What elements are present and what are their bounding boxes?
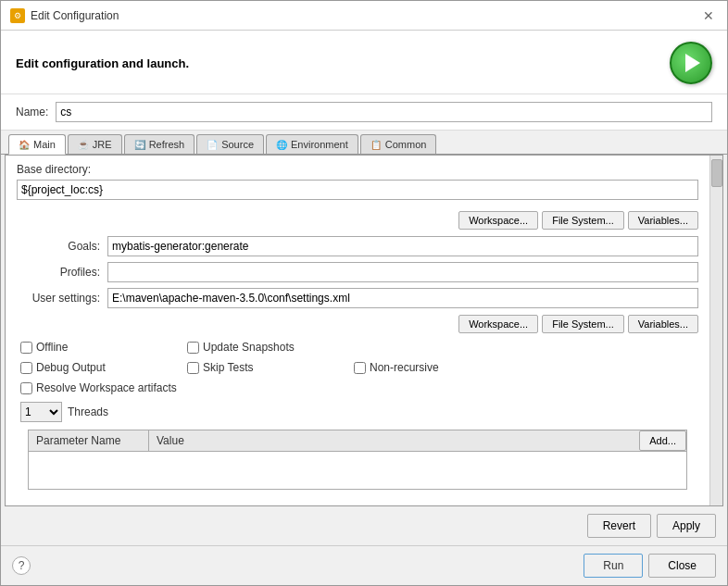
content-area: Base directory: Workspace... File System… <box>6 156 709 505</box>
tab-refresh-label: Refresh <box>149 139 185 150</box>
resolve-workspace-label: Resolve Workspace artifacts <box>36 381 177 394</box>
skip-tests-checkbox[interactable] <box>187 362 199 374</box>
checkboxes-row1: Offline Update Snapshots <box>6 337 709 357</box>
base-directory-section: Base directory: <box>6 156 709 207</box>
tab-refresh[interactable]: 🔄 Refresh <box>124 134 195 154</box>
bottom-buttons: Revert Apply <box>1 506 727 545</box>
title-bar-left: ⚙ Edit Configuration <box>10 8 119 23</box>
name-input[interactable] <box>56 102 712 122</box>
param-table: Parameter Name Value Add... <box>28 430 687 490</box>
tab-environment[interactable]: 🌐 Environment <box>266 134 358 154</box>
environment-tab-icon: 🌐 <box>276 140 287 150</box>
close-title-button[interactable]: ✕ <box>699 6 718 25</box>
param-table-body <box>29 452 686 489</box>
resolve-workspace-checkbox[interactable] <box>20 382 32 394</box>
param-col-value-header: Value <box>149 430 635 451</box>
tab-main[interactable]: 🏠 Main <box>8 134 66 155</box>
param-table-header: Parameter Name Value Add... <box>29 430 686 452</box>
offline-label: Offline <box>36 341 68 354</box>
profiles-label: Profiles: <box>17 266 100 279</box>
base-variables-button[interactable]: Variables... <box>628 211 698 230</box>
goals-input[interactable] <box>107 236 698 256</box>
tab-common-label: Common <box>385 139 427 150</box>
tab-source-label: Source <box>221 139 254 150</box>
run-button[interactable]: Run <box>584 554 643 578</box>
user-settings-input[interactable] <box>107 288 698 308</box>
non-recursive-checkbox[interactable] <box>354 362 366 374</box>
non-recursive-label: Non-recursive <box>370 361 439 374</box>
base-workspace-button[interactable]: Workspace... <box>458 211 538 230</box>
profiles-row: Profiles: <box>6 259 709 285</box>
scrollbar[interactable] <box>709 156 722 505</box>
resolve-workspace-checkbox-item[interactable]: Resolve Workspace artifacts <box>20 381 298 394</box>
title-text: Edit Configuration <box>31 9 119 22</box>
param-header-row: Parameter Name Value Add... <box>6 426 709 497</box>
base-filesystem-button[interactable]: File System... <box>542 211 624 230</box>
offline-checkbox-item[interactable]: Offline <box>20 341 187 354</box>
name-row: Name: <box>1 94 727 131</box>
base-directory-buttons: Workspace... File System... Variables... <box>6 207 709 233</box>
threads-row: 1 2 4 8 Threads <box>6 398 709 426</box>
refresh-tab-icon: 🔄 <box>134 140 145 150</box>
skip-tests-checkbox-item[interactable]: Skip Tests <box>187 361 354 374</box>
checkboxes-row3: Resolve Workspace artifacts <box>6 378 709 398</box>
header-subtitle: Edit configuration and launch. <box>16 56 189 70</box>
settings-filesystem-button[interactable]: File System... <box>542 315 624 333</box>
tabs-area: 🏠 Main ☕ JRE 🔄 Refresh 📄 Source 🌐 Enviro… <box>1 131 727 155</box>
goals-row: Goals: <box>6 233 709 259</box>
user-settings-row: User settings: <box>6 285 709 311</box>
tab-environment-label: Environment <box>291 139 348 150</box>
update-snapshots-checkbox[interactable] <box>187 342 199 354</box>
main-tab-icon: 🏠 <box>19 140 30 150</box>
tab-common[interactable]: 📋 Common <box>360 134 437 154</box>
param-col-name-header: Parameter Name <box>29 430 149 451</box>
tab-main-label: Main <box>33 139 56 150</box>
header-area: Edit configuration and launch. <box>1 31 727 94</box>
tab-jre-label: JRE <box>93 139 112 150</box>
source-tab-icon: 📄 <box>207 140 218 150</box>
tab-jre[interactable]: ☕ JRE <box>68 134 122 154</box>
jre-tab-icon: ☕ <box>78 140 89 150</box>
title-bar: ⚙ Edit Configuration ✕ <box>1 1 727 31</box>
edit-configuration-dialog: ⚙ Edit Configuration ✕ Edit configuratio… <box>0 0 728 586</box>
name-label: Name: <box>16 106 48 118</box>
profiles-input[interactable] <box>107 262 698 282</box>
param-add-button[interactable]: Add... <box>639 430 686 451</box>
debug-output-checkbox[interactable] <box>20 362 32 374</box>
base-directory-input[interactable] <box>17 180 698 200</box>
revert-button[interactable]: Revert <box>587 514 651 538</box>
debug-output-label: Debug Output <box>36 361 106 374</box>
dialog-icon: ⚙ <box>10 8 25 23</box>
footer-buttons: Run Close <box>584 554 716 578</box>
goals-label: Goals: <box>17 240 100 253</box>
settings-workspace-button[interactable]: Workspace... <box>458 315 538 333</box>
user-settings-buttons: Workspace... File System... Variables... <box>6 311 709 337</box>
scrollbar-thumb[interactable] <box>711 159 722 187</box>
user-settings-label: User settings: <box>17 292 100 305</box>
debug-output-checkbox-item[interactable]: Debug Output <box>20 361 187 374</box>
settings-variables-button[interactable]: Variables... <box>628 315 698 333</box>
threads-label: Threads <box>68 405 108 418</box>
offline-checkbox[interactable] <box>20 342 32 354</box>
help-button[interactable]: ? <box>12 556 31 575</box>
skip-tests-label: Skip Tests <box>203 361 253 374</box>
non-recursive-checkbox-item[interactable]: Non-recursive <box>354 361 521 374</box>
threads-select[interactable]: 1 2 4 8 <box>20 402 62 422</box>
common-tab-icon: 📋 <box>370 140 382 150</box>
base-directory-label: Base directory: <box>17 163 698 176</box>
checkboxes-row2: Debug Output Skip Tests Non-recursive <box>6 357 709 378</box>
footer: ? Run Close <box>1 545 727 585</box>
update-snapshots-checkbox-item[interactable]: Update Snapshots <box>187 341 354 354</box>
close-button[interactable]: Close <box>648 554 716 578</box>
update-snapshots-label: Update Snapshots <box>203 341 295 354</box>
apply-button[interactable]: Apply <box>657 514 716 538</box>
run-large-button[interactable] <box>670 42 712 84</box>
tab-source[interactable]: 📄 Source <box>196 134 264 154</box>
